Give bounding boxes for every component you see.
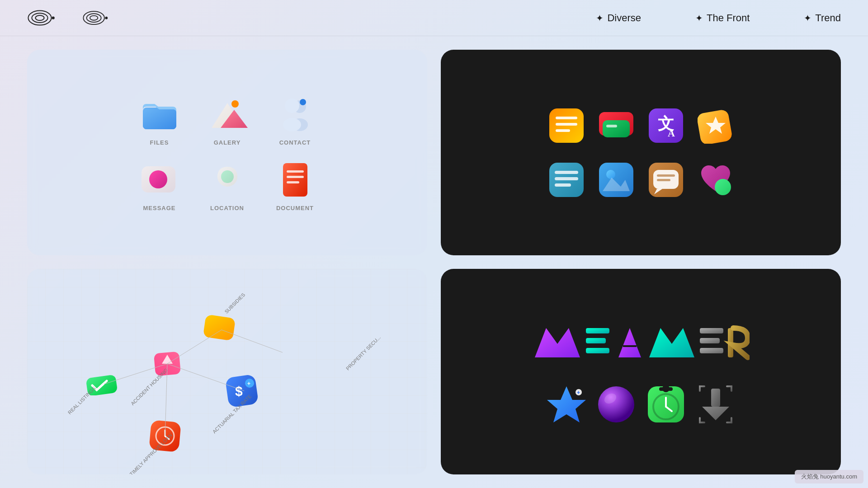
logo-icon-1 [27,7,63,29]
icon-item-location: LOCATION [207,160,248,211]
svg-point-6 [90,15,98,20]
svg-rect-9 [143,109,176,129]
svg-point-19 [149,170,167,188]
svg-rect-28 [556,123,577,126]
svg-rect-71 [586,338,606,343]
nav-trend[interactable]: ✦ Trend [804,12,841,24]
svg-point-50 [715,179,731,195]
svg-point-12 [231,100,239,108]
icon-item-files: FILES [139,94,180,146]
nav-thefront[interactable]: ✦ The Front [695,12,750,24]
dark-icon-health [698,162,734,198]
main-grid: FILES [0,36,868,488]
bottom-icon-grid: + [546,384,736,425]
location-label: LOCATION [210,205,244,211]
nav-trend-label: Trend [815,12,841,24]
message-label: MESSAGE [143,205,175,211]
map-icon-subsidies [203,314,235,341]
gallery-icon [207,94,248,135]
svg-rect-55 [203,314,235,341]
card-map: REAL LISTINGS ACCIDENT HOUSING [27,269,427,474]
svg-rect-27 [556,117,577,119]
icon-grid-light: FILES [139,94,316,211]
dark-icon-photo [598,162,634,198]
message-icon [139,160,180,200]
svg-marker-73 [618,328,641,357]
map-grid [27,269,427,474]
svg-rect-29 [556,129,570,132]
dark-icon-translate: 文 A [648,108,684,144]
svg-rect-42 [599,163,633,197]
meamer-title-area [533,319,750,366]
icon-item-message: MESSAGE [139,160,180,211]
nav-diverse-star: ✦ [596,13,604,23]
svg-rect-70 [586,328,609,333]
icon-item-contact: CONTACT [275,94,316,146]
bottom-icon-ai: + [546,384,587,425]
svg-rect-72 [586,348,609,353]
document-label: DOCUMENT [276,205,314,211]
nav-diverse-label: Diverse [607,12,641,24]
svg-point-15 [285,99,299,113]
svg-rect-91 [711,389,720,407]
svg-text:A: A [668,127,675,139]
svg-point-83 [598,386,634,422]
svg-point-17 [300,99,306,105]
svg-point-3 [52,16,54,19]
dark-icon-file-teal [548,162,585,198]
svg-point-5 [87,14,101,22]
dark-icon-chat [648,162,684,198]
bottom-icon-download [695,384,736,425]
svg-marker-92 [702,407,729,420]
svg-rect-40 [555,177,578,180]
svg-rect-31 [603,120,630,137]
svg-point-7 [105,16,108,19]
files-label: FILES [150,139,169,146]
dark-icon-grid-top: 文 A [548,108,734,198]
gallery-label: GALERY [214,139,241,146]
document-icon [275,160,316,200]
svg-point-1 [32,13,47,23]
contact-icon [275,94,316,135]
icon-item-gallery: GALERY [207,94,248,146]
watermark: 火焰兔 huoyantu.com [795,470,863,483]
card-meamer: + [441,269,841,474]
svg-marker-75 [649,328,694,357]
svg-rect-48 [657,179,670,181]
svg-rect-41 [555,183,571,187]
dark-icon-notes [548,108,585,144]
map-icon-accident [154,348,181,377]
svg-rect-39 [555,171,578,174]
bottom-icon-timer [646,384,686,425]
svg-rect-23 [287,170,304,173]
nav-diverse[interactable]: ✦ Diverse [596,12,641,24]
icon-item-document: DOCUMENT [275,160,316,211]
svg-rect-32 [606,125,617,127]
meamer-logo [533,319,750,364]
files-icon [139,94,180,135]
svg-rect-78 [700,348,723,353]
contact-label: CONTACT [279,139,311,146]
location-icon [207,160,248,200]
svg-rect-51 [27,269,427,474]
nav-area: ✦ Diverse ✦ The Front ✦ Trend [596,12,841,24]
svg-text:+: + [577,389,580,396]
svg-text:+: + [247,380,250,387]
logo-icon-2 [81,7,118,29]
nav-trend-star: ✦ [804,13,811,23]
dark-icon-sticker [698,108,734,144]
card-light-icons: FILES [27,50,427,255]
bottom-icon-sphere [596,384,637,425]
svg-point-43 [606,170,615,179]
svg-rect-90 [659,387,673,391]
svg-text:$: $ [235,384,243,399]
header: ✦ Diverse ✦ The Front ✦ Trend [0,0,868,36]
svg-rect-47 [657,174,675,177]
nav-thefront-star: ✦ [695,13,703,23]
svg-point-16 [283,118,301,131]
svg-rect-22 [283,163,307,197]
svg-marker-69 [535,328,580,357]
nav-thefront-label: The Front [707,12,750,24]
logo-area [27,7,596,29]
svg-point-2 [35,15,44,20]
